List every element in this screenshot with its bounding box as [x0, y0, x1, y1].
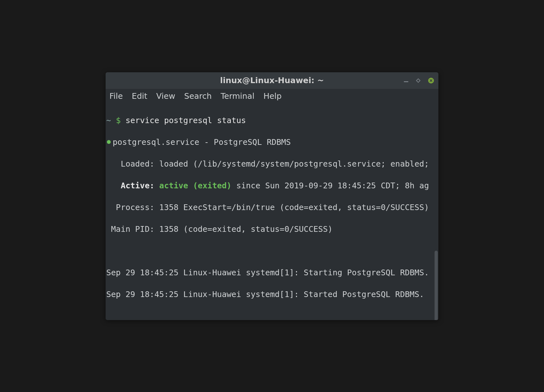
- minimize-icon[interactable]: [404, 81, 408, 82]
- menu-help[interactable]: Help: [263, 91, 282, 101]
- menu-terminal[interactable]: Terminal: [220, 91, 254, 101]
- window-title: linux@Linux-Huawei: ~: [220, 76, 324, 85]
- scrollbar[interactable]: [435, 251, 438, 320]
- prompt-path: ~: [106, 116, 111, 125]
- status-dot-icon: [107, 140, 111, 144]
- command-line: service postgresql status: [125, 116, 246, 125]
- menu-bar: File Edit View Search Terminal Help: [106, 89, 438, 104]
- service-name: postgresql.service - PostgreSQL RDBMS: [113, 137, 291, 147]
- mainpid-line: Main PID: 1358 (code=exited, status=0/SU…: [106, 224, 438, 235]
- titlebar[interactable]: linux@Linux-Huawei: ~: [106, 72, 438, 89]
- maximize-icon[interactable]: [416, 78, 420, 82]
- log-line: Sep 29 18:45:25 Linux-Huawei systemd[1]:…: [106, 267, 438, 278]
- process-line: Process: 1358 ExecStart=/bin/true (code=…: [106, 202, 438, 213]
- log-line: Sep 29 18:45:25 Linux-Huawei systemd[1]:…: [106, 289, 438, 300]
- menu-edit[interactable]: Edit: [132, 91, 147, 101]
- prompt-symbol: $: [116, 116, 121, 125]
- menu-search[interactable]: Search: [184, 91, 212, 101]
- close-icon[interactable]: [428, 78, 434, 83]
- active-suffix: since Sun 2019-09-29 18:45:25 CDT; 8h ag: [231, 181, 429, 190]
- menu-file[interactable]: File: [109, 91, 123, 101]
- terminal-body[interactable]: ~ $ service postgresql status postgresql…: [106, 104, 438, 320]
- loaded-line: Loaded: loaded (/lib/systemd/system/post…: [106, 159, 438, 169]
- menu-view[interactable]: View: [156, 91, 175, 101]
- window-controls: [404, 72, 434, 89]
- active-value: active (exited): [159, 181, 232, 190]
- terminal-window: linux@Linux-Huawei: ~ File Edit View Sea…: [106, 72, 438, 320]
- active-label: Active:: [106, 181, 159, 190]
